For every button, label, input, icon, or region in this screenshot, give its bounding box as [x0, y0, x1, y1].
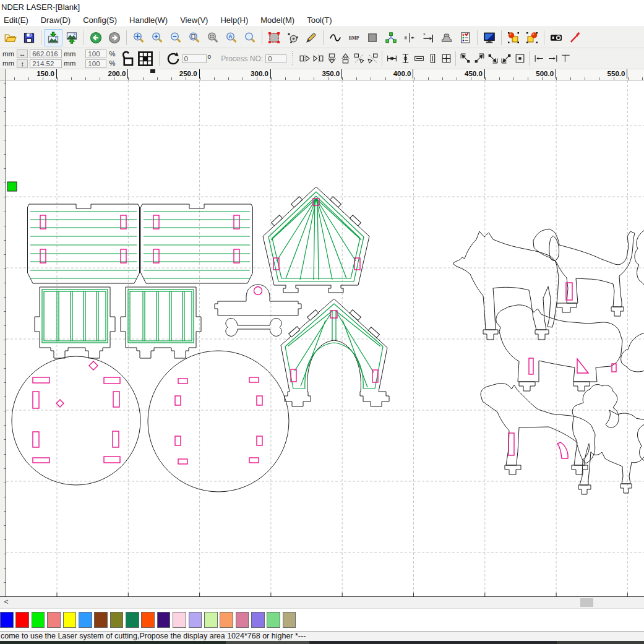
- bone-tag[interactable]: [226, 319, 281, 337]
- preview-monitor-button[interactable]: [480, 29, 499, 46]
- menu-item[interactable]: Tool(T): [303, 14, 340, 26]
- space-vertical-button[interactable]: [398, 52, 412, 66]
- work-list-button[interactable]: [456, 29, 474, 46]
- zoom-pan-button[interactable]: [129, 29, 148, 46]
- move-right-edge-button[interactable]: k: [419, 29, 437, 46]
- dog-hound[interactable]: [533, 229, 635, 316]
- slat-panel-a[interactable]: [35, 287, 115, 358]
- forward-button[interactable]: [105, 29, 124, 46]
- horizontal-scrollbar[interactable]: <: [0, 597, 644, 609]
- palette-swatch[interactable]: [126, 612, 139, 628]
- palette-swatch[interactable]: [79, 612, 92, 628]
- bmp-import-button[interactable]: BMP: [345, 29, 363, 46]
- edge-partial-shapes[interactable]: [621, 230, 644, 461]
- menu-item[interactable]: Config(S): [79, 14, 126, 26]
- laser-position-button[interactable]: [565, 29, 584, 46]
- rotate-button[interactable]: [165, 50, 182, 67]
- mirror-horizontal-button[interactable]: [298, 52, 311, 66]
- zoom-all-button[interactable]: [204, 29, 222, 46]
- width-arrow-icon[interactable]: ↔: [17, 49, 28, 58]
- same-size-button[interactable]: [439, 52, 453, 66]
- height-field[interactable]: 214.52: [30, 59, 62, 68]
- mirror-vertical-button[interactable]: [325, 52, 338, 66]
- design-canvas[interactable]: [6, 80, 644, 596]
- dog-greyhound[interactable]: [481, 383, 595, 474]
- base-circle-left[interactable]: [12, 356, 140, 485]
- palette-swatch[interactable]: [173, 612, 186, 628]
- simulate-fast-button[interactable]: [523, 29, 541, 46]
- process-no-field[interactable]: 0: [265, 54, 286, 63]
- same-width-button[interactable]: [412, 52, 426, 66]
- palette-swatch[interactable]: [251, 612, 265, 628]
- base-circle-right[interactable]: [148, 351, 289, 492]
- palette-swatch[interactable]: [94, 612, 108, 628]
- align-top-right-button[interactable]: [472, 52, 486, 66]
- machine-head-button[interactable]: [437, 29, 456, 46]
- palette-swatch[interactable]: [189, 612, 202, 628]
- open-file-button[interactable]: [1, 29, 20, 46]
- laser-device-button[interactable]: [547, 29, 565, 46]
- align-top-left-button[interactable]: [458, 52, 472, 66]
- back-button[interactable]: [87, 29, 105, 46]
- dog-collie[interactable]: [453, 231, 559, 340]
- export-image-button[interactable]: [62, 29, 81, 46]
- mirror-horizontal-copy-button[interactable]: [311, 52, 325, 66]
- width-field[interactable]: 662.016: [30, 49, 62, 58]
- palette-swatch[interactable]: [204, 612, 218, 628]
- space-horizontal-button[interactable]: [385, 52, 398, 66]
- scroll-left-button[interactable]: <: [1, 597, 11, 608]
- palette-swatch[interactable]: [15, 612, 29, 628]
- pull-right-button[interactable]: [546, 52, 559, 66]
- dog-poodle[interactable]: [572, 385, 644, 494]
- menu-item[interactable]: View(V): [176, 14, 217, 26]
- fill-square-button[interactable]: [363, 29, 382, 46]
- angle-field[interactable]: 0: [182, 54, 207, 63]
- scale-y-field[interactable]: 100: [85, 59, 106, 68]
- align-center-button[interactable]: [513, 52, 526, 66]
- palette-swatch[interactable]: [141, 612, 155, 628]
- scale-x-field[interactable]: 100: [85, 49, 106, 58]
- palette-swatch[interactable]: [47, 612, 61, 628]
- palette-swatch[interactable]: [283, 612, 296, 628]
- scrollbar-thumb[interactable]: [580, 598, 593, 607]
- mirror-diagonal-button[interactable]: [352, 52, 366, 66]
- zoom-page-button[interactable]: [185, 29, 204, 46]
- palette-swatch[interactable]: [110, 612, 124, 628]
- menu-item[interactable]: Handle(W): [126, 14, 176, 26]
- mirror-vertical-alt-button[interactable]: [338, 52, 352, 66]
- palette-swatch[interactable]: [157, 612, 171, 628]
- dog-terrier[interactable]: [496, 305, 622, 391]
- select-rectangle-button[interactable]: [265, 29, 283, 46]
- zoom-out-button[interactable]: [166, 29, 185, 46]
- distribute-nodes-button[interactable]: [400, 29, 419, 46]
- roof-gable-front-door[interactable]: [281, 299, 389, 406]
- side-panel-a[interactable]: [28, 204, 140, 283]
- palette-swatch[interactable]: [32, 612, 45, 628]
- simulate-button[interactable]: [504, 29, 523, 46]
- zoom-in-button[interactable]: [148, 29, 166, 46]
- side-panel-b[interactable]: [141, 204, 253, 283]
- same-height-button[interactable]: [426, 52, 439, 66]
- anchor-marker[interactable]: [7, 182, 17, 191]
- roof-gable-back[interactable]: [263, 187, 369, 293]
- menu-item[interactable]: Edit(E): [0, 14, 37, 26]
- palette-swatch[interactable]: [63, 612, 77, 628]
- menu-item[interactable]: Model(M): [257, 14, 303, 26]
- lock-ratio-button[interactable]: [119, 50, 137, 67]
- palette-swatch[interactable]: [267, 612, 280, 628]
- draw-pen-button[interactable]: [302, 29, 320, 46]
- import-image-button[interactable]: [44, 29, 62, 46]
- slat-panel-b[interactable]: [121, 287, 201, 358]
- palette-swatch[interactable]: [236, 612, 249, 628]
- node-edit-button[interactable]: [283, 29, 302, 46]
- save-file-button[interactable]: [20, 29, 38, 46]
- pull-left-button[interactable]: [532, 52, 546, 66]
- menu-item[interactable]: Help(H): [217, 14, 257, 26]
- grid-array-button[interactable]: [137, 50, 154, 67]
- palette-swatch[interactable]: [0, 612, 14, 628]
- height-arrow-icon[interactable]: ↕: [17, 59, 28, 68]
- menu-item[interactable]: Draw(D): [37, 14, 79, 26]
- zoom-font-button[interactable]: A: [222, 29, 241, 46]
- mirror-diagonal-alt-button[interactable]: [366, 52, 379, 66]
- align-bottom-right-button[interactable]: [486, 52, 499, 66]
